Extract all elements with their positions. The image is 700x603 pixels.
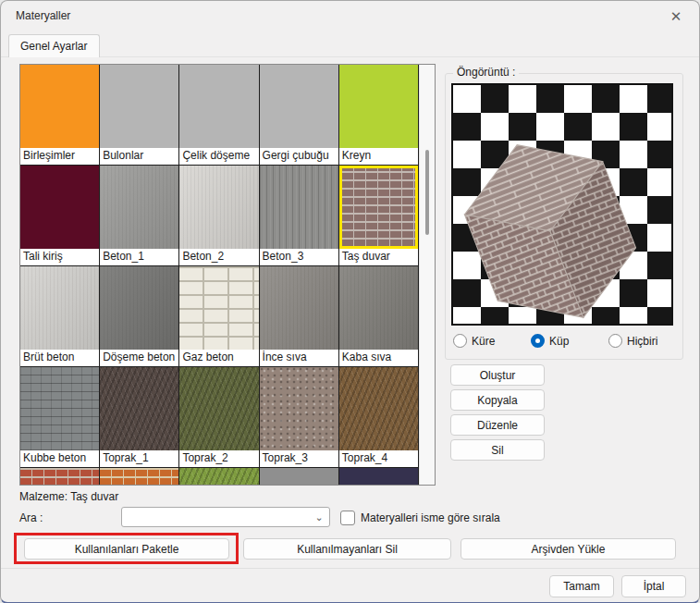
material-label: Toprak_3 bbox=[260, 450, 338, 467]
material-label: Beton_1 bbox=[100, 249, 178, 265]
material-label: Beton_2 bbox=[179, 249, 258, 265]
olustur-button[interactable]: Oluştur bbox=[450, 364, 545, 386]
arsivden-yukle-button[interactable]: Arşivden Yükle bbox=[461, 538, 676, 560]
material-cell[interactable]: İnce sıva bbox=[260, 266, 338, 366]
material-label: Gaz beton bbox=[179, 350, 258, 366]
material-cell[interactable] bbox=[179, 468, 258, 485]
material-cell[interactable]: Toprak_2 bbox=[179, 367, 258, 467]
sil-button[interactable]: Sil bbox=[450, 439, 545, 461]
kullanilanlari-paketle-button[interactable]: Kullanılanları Paketle bbox=[24, 538, 229, 560]
tab-divider bbox=[1, 56, 699, 57]
material-thumbnail[interactable] bbox=[179, 266, 258, 350]
radio-hicbiri-label: Hiçbiri bbox=[627, 335, 657, 348]
material-cell[interactable]: Kubbe beton bbox=[20, 367, 99, 467]
material-cell[interactable] bbox=[100, 468, 178, 485]
preview-group-label: Öngörüntü : bbox=[453, 66, 519, 79]
material-label: Toprak_1 bbox=[100, 450, 178, 467]
search-combobox[interactable]: ⌄ bbox=[121, 507, 330, 527]
material-thumbnail[interactable] bbox=[339, 468, 418, 485]
kopyala-button[interactable]: Kopyala bbox=[450, 389, 545, 411]
material-cell[interactable]: Birleşimler bbox=[20, 65, 99, 165]
iptal-button[interactable]: İptal bbox=[621, 575, 686, 597]
scrollbar-thumb[interactable] bbox=[425, 150, 429, 235]
duzenle-button[interactable]: Düzenle bbox=[450, 414, 545, 436]
material-thumbnail[interactable] bbox=[339, 367, 418, 450]
search-input[interactable] bbox=[122, 511, 309, 523]
dialog-title: Materyaller bbox=[16, 9, 70, 22]
material-thumbnail[interactable] bbox=[100, 166, 178, 249]
radio-kure[interactable]: Küre bbox=[453, 334, 495, 348]
material-thumbnail[interactable] bbox=[100, 266, 178, 350]
tab-label: Genel Ayarlar bbox=[20, 40, 88, 53]
material-thumbnail[interactable] bbox=[339, 166, 418, 249]
material-cell[interactable] bbox=[20, 468, 99, 485]
material-label: Kaba sıva bbox=[339, 350, 418, 366]
material-cell[interactable]: Bulonlar bbox=[100, 65, 178, 165]
material-cell[interactable] bbox=[260, 468, 338, 485]
material-thumbnail[interactable] bbox=[20, 166, 99, 249]
material-cell[interactable]: Tali kiriş bbox=[20, 166, 99, 265]
material-thumbnail[interactable] bbox=[100, 468, 178, 485]
radio-kure-label: Küre bbox=[472, 335, 495, 348]
sort-by-name-checkbox[interactable]: Materyalleri isme göre sırala bbox=[340, 511, 500, 525]
material-thumbnail[interactable] bbox=[179, 65, 258, 148]
material-thumbnail[interactable] bbox=[20, 468, 99, 485]
material-cell[interactable]: Gaz beton bbox=[179, 266, 258, 366]
preview-canvas bbox=[451, 83, 673, 326]
material-thumbnail[interactable] bbox=[100, 65, 178, 148]
material-label: Gergi çubuğu bbox=[260, 148, 338, 165]
material-thumbnail[interactable] bbox=[20, 367, 99, 450]
material-label: Beton_3 bbox=[260, 249, 338, 265]
close-icon[interactable]: ✕ bbox=[666, 6, 686, 27]
radio-kup-label: Küp bbox=[549, 335, 569, 348]
material-label: İnce sıva bbox=[260, 350, 338, 366]
radio-hicbiri[interactable]: Hiçbiri bbox=[608, 334, 657, 348]
materials-grid: BirleşimlerBulonlarÇelik döşemeGergi çub… bbox=[20, 65, 419, 485]
material-label: Toprak_2 bbox=[179, 450, 258, 467]
material-cell[interactable]: Döşeme beton bbox=[100, 266, 178, 366]
material-label: Toprak_4 bbox=[339, 450, 418, 467]
material-thumbnail[interactable] bbox=[100, 367, 178, 450]
material-thumbnail[interactable] bbox=[179, 367, 258, 450]
radio-circle-icon bbox=[608, 334, 622, 348]
material-label: Birleşimler bbox=[20, 148, 99, 165]
material-cell[interactable]: Beton_1 bbox=[100, 166, 178, 265]
material-thumbnail[interactable] bbox=[260, 65, 338, 148]
material-cell[interactable]: Toprak_4 bbox=[339, 367, 418, 467]
brick-cube-preview bbox=[453, 85, 671, 324]
selected-material-label: Malzeme: Taş duvar bbox=[19, 490, 118, 503]
tab-genel-ayarlar[interactable]: Genel Ayarlar bbox=[8, 34, 100, 57]
material-thumbnail[interactable] bbox=[260, 468, 338, 485]
material-thumbnail[interactable] bbox=[260, 166, 338, 249]
sort-checkbox-label: Materyalleri isme göre sırala bbox=[361, 511, 500, 524]
material-thumbnail[interactable] bbox=[20, 266, 99, 350]
material-cell[interactable]: Beton_3 bbox=[260, 166, 338, 265]
material-thumbnail[interactable] bbox=[339, 266, 418, 350]
material-thumbnail[interactable] bbox=[20, 65, 99, 148]
material-label: Taş duvar bbox=[339, 249, 418, 265]
material-thumbnail[interactable] bbox=[260, 367, 338, 450]
material-cell[interactable]: Toprak_3 bbox=[260, 367, 338, 467]
material-label: Çelik döşeme bbox=[179, 148, 258, 165]
chevron-down-icon[interactable]: ⌄ bbox=[309, 511, 329, 523]
material-cell[interactable]: Brüt beton bbox=[20, 266, 99, 366]
material-cell[interactable]: Beton_2 bbox=[179, 166, 258, 265]
material-cell[interactable]: Taş duvar bbox=[339, 166, 418, 265]
tamam-button[interactable]: Tamam bbox=[549, 575, 614, 597]
material-cell[interactable]: Gergi çubuğu bbox=[260, 65, 338, 165]
material-thumbnail[interactable] bbox=[179, 468, 258, 485]
materials-dialog: Materyaller ✕ Genel Ayarlar BirleşimlerB… bbox=[0, 0, 700, 603]
material-cell[interactable] bbox=[339, 468, 418, 485]
material-cell[interactable]: Kaba sıva bbox=[339, 266, 418, 366]
material-thumbnail[interactable] bbox=[260, 266, 338, 350]
material-thumbnail[interactable] bbox=[339, 65, 418, 148]
materials-scrollbar[interactable] bbox=[419, 65, 435, 485]
radio-kup[interactable]: Küp bbox=[531, 334, 569, 348]
checkbox-icon bbox=[340, 511, 355, 525]
kullanilmayanlari-sil-button[interactable]: Kullanılmayanları Sil bbox=[243, 538, 451, 560]
material-thumbnail[interactable] bbox=[179, 166, 258, 249]
material-cell[interactable]: Toprak_1 bbox=[100, 367, 178, 467]
material-label: Tali kiriş bbox=[20, 249, 99, 265]
material-cell[interactable]: Kreyn bbox=[339, 65, 418, 165]
material-cell[interactable]: Çelik döşeme bbox=[179, 65, 258, 165]
